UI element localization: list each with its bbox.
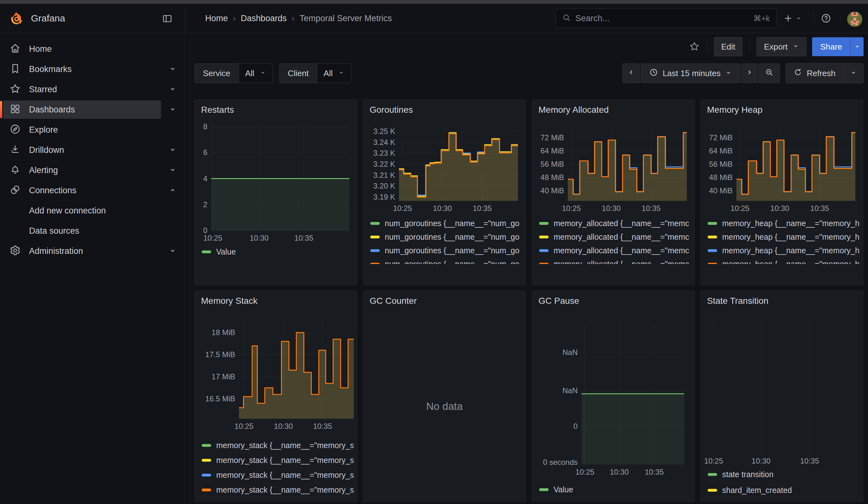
sidebar-item-dashboards[interactable]: Dashboards bbox=[3, 101, 161, 119]
sidebar-expand-toggle[interactable] bbox=[161, 101, 184, 119]
svg-text:8: 8 bbox=[203, 122, 207, 131]
legend-swatch bbox=[370, 236, 380, 238]
svg-text:10:35: 10:35 bbox=[645, 468, 664, 476]
breadcrumb-home[interactable]: Home bbox=[205, 13, 228, 23]
legend-item[interactable]: memory_allocated {__name__="memc bbox=[539, 230, 692, 244]
sidebar-expand-toggle[interactable] bbox=[161, 80, 184, 99]
sidebar-expand-toggle[interactable] bbox=[161, 60, 184, 78]
svg-text:10:35: 10:35 bbox=[642, 204, 661, 213]
time-back-button[interactable] bbox=[622, 63, 640, 83]
svg-text:10:25: 10:25 bbox=[704, 457, 723, 465]
search-placeholder: Search... bbox=[576, 13, 749, 23]
filter-value-dropdown[interactable]: All bbox=[317, 64, 351, 83]
legend-label: memory_heap {__name__="memory_h bbox=[722, 260, 859, 264]
sidebar-item-home[interactable]: Home bbox=[3, 40, 184, 58]
time-forward-button[interactable] bbox=[742, 63, 757, 83]
legend-item[interactable]: memory_heap {__name__="memory_h bbox=[707, 230, 860, 244]
legend-item[interactable]: memory_stack {__name__="memory_s bbox=[202, 438, 354, 453]
share-menu-button[interactable] bbox=[850, 37, 864, 56]
chevron-down-icon bbox=[168, 65, 177, 74]
refresh-interval-button[interactable] bbox=[843, 63, 863, 83]
help-button[interactable] bbox=[821, 11, 831, 26]
share-button[interactable]: Share bbox=[812, 37, 850, 56]
panel-title-gc-counter[interactable]: GC Counter bbox=[370, 296, 417, 306]
legend-item[interactable]: memory_allocated {__name__="memc bbox=[539, 257, 692, 264]
svg-text:10:30: 10:30 bbox=[610, 468, 629, 476]
sidebar-item-label: Add new connection bbox=[29, 206, 106, 216]
export-button[interactable]: Export bbox=[757, 37, 806, 56]
zoom-out-icon bbox=[765, 68, 774, 79]
sidebar-item-alerting[interactable]: Alerting bbox=[3, 161, 161, 179]
add-new-button[interactable] bbox=[783, 11, 802, 26]
svg-text:56 MiB: 56 MiB bbox=[709, 160, 733, 168]
grafana-logo[interactable] bbox=[9, 11, 24, 26]
time-range-button[interactable]: Last 15 minutes bbox=[641, 63, 741, 83]
sidebar-item-data-sources[interactable]: Data sources bbox=[3, 222, 184, 240]
top-nav: Grafana Home › Dashboards › Temporal Ser… bbox=[0, 4, 868, 33]
svg-text:10:35: 10:35 bbox=[294, 234, 313, 242]
sidebar-row-bookmarks: Bookmarks bbox=[0, 59, 184, 79]
svg-text:10:30: 10:30 bbox=[250, 234, 269, 242]
edit-button[interactable]: Edit bbox=[714, 37, 743, 56]
filter-client[interactable]: ClientAll bbox=[279, 63, 351, 83]
legend-item[interactable]: memory_allocated {__name__="memc bbox=[539, 217, 692, 230]
breadcrumb: Home › Dashboards › Temporal Server Metr… bbox=[205, 4, 392, 33]
sidebar-row-alerting: Alerting bbox=[0, 160, 184, 180]
breadcrumb-dashboards[interactable]: Dashboards bbox=[241, 13, 287, 23]
legend-item[interactable]: state transition bbox=[707, 466, 860, 482]
legend-item[interactable]: num_goroutines {__name__="num_go bbox=[370, 217, 523, 230]
sidebar-item-add-new-connection[interactable]: Add new connection bbox=[3, 202, 184, 220]
svg-text:10:30: 10:30 bbox=[752, 457, 771, 465]
sidebar-expand-toggle[interactable] bbox=[161, 141, 184, 159]
legend-item[interactable]: num_goroutines {__name__="num_go bbox=[370, 230, 523, 244]
time-range-label: Last 15 minutes bbox=[662, 69, 721, 78]
legend-item[interactable]: memory_stack {__name__="memory_s bbox=[202, 453, 354, 468]
legend-item[interactable]: Value bbox=[539, 482, 692, 497]
user-avatar[interactable] bbox=[847, 12, 862, 27]
sidebar-expand-toggle[interactable] bbox=[161, 181, 184, 199]
legend-swatch bbox=[539, 263, 549, 264]
plus-icon bbox=[783, 13, 793, 24]
panel-gc-pause: GC PauseNaNNaN00 seconds10:2510:3010:35V… bbox=[532, 290, 695, 502]
sidebar-expand-toggle[interactable] bbox=[161, 242, 184, 260]
sidebar-item-drilldown[interactable]: Drilldown bbox=[3, 141, 161, 159]
grafana-app: Grafana Home › Dashboards › Temporal Ser… bbox=[0, 0, 868, 504]
sidebar-item-administration[interactable]: Administration bbox=[3, 242, 161, 260]
filter-service[interactable]: ServiceAll bbox=[194, 63, 273, 83]
sidebar-expand-toggle[interactable] bbox=[161, 161, 184, 179]
zoom-out-button[interactable] bbox=[758, 63, 780, 83]
sidebar-item-bookmarks[interactable]: Bookmarks bbox=[3, 60, 161, 78]
sidebar-nav: HomeBookmarksStarredDashboardsExploreDri… bbox=[0, 33, 185, 504]
legend-label: memory_heap {__name__="memory_h bbox=[722, 219, 859, 228]
favorite-star-button[interactable] bbox=[689, 41, 700, 53]
chart-gc-pause[interactable]: NaNNaN00 seconds10:2510:3010:35 bbox=[532, 291, 695, 502]
sidebar-item-starred[interactable]: Starred bbox=[3, 80, 161, 99]
legend-swatch bbox=[370, 222, 380, 225]
sidebar-toggle-button[interactable] bbox=[161, 12, 174, 26]
svg-text:2: 2 bbox=[203, 200, 207, 209]
legend-item[interactable]: memory_allocated {__name__="memc bbox=[539, 244, 692, 257]
legend-item[interactable]: memory_heap {__name__="memory_h bbox=[707, 244, 860, 257]
legend-swatch bbox=[539, 236, 549, 238]
legend-item[interactable]: Value bbox=[202, 245, 354, 259]
breadcrumb-separator: › bbox=[233, 13, 236, 23]
sidebar-item-connections[interactable]: Connections bbox=[3, 181, 161, 199]
legend-item[interactable]: memory_stack {__name__="memory_s bbox=[202, 468, 354, 483]
filter-value-dropdown[interactable]: All bbox=[239, 64, 273, 83]
svg-text:10:35: 10:35 bbox=[313, 422, 332, 430]
legend-item[interactable]: memory_stack {__name__="memory_s bbox=[202, 483, 354, 497]
svg-text:40 MiB: 40 MiB bbox=[709, 186, 733, 195]
chevron-down-icon bbox=[259, 69, 266, 78]
legend-item[interactable]: memory_heap {__name__="memory_h bbox=[707, 217, 860, 230]
search-input[interactable]: Search... ⌘+k bbox=[556, 9, 776, 28]
legend-item[interactable]: num_goroutines {__name__="num_go bbox=[370, 244, 523, 257]
legend-item[interactable]: shard_item_created bbox=[707, 482, 860, 498]
sidebar-item-explore[interactable]: Explore bbox=[3, 121, 184, 139]
svg-text:40 MiB: 40 MiB bbox=[540, 186, 564, 195]
legend-item[interactable]: memory_heap {__name__="memory_h bbox=[707, 257, 860, 264]
refresh-button[interactable]: Refresh bbox=[786, 63, 843, 83]
legend-swatch bbox=[370, 249, 380, 252]
svg-text:3.22 K: 3.22 K bbox=[373, 160, 395, 168]
legend-item[interactable]: num_goroutines {__name__="num_go bbox=[370, 257, 523, 264]
sidebar-item-label: Alerting bbox=[29, 165, 58, 175]
